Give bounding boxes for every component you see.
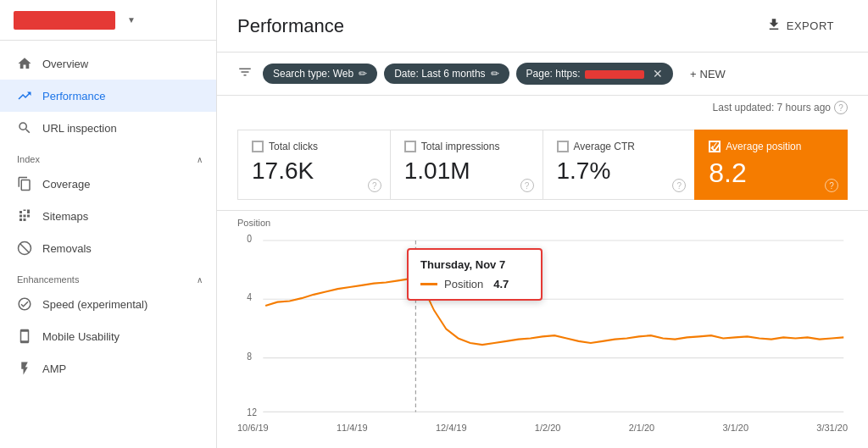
tooltip-row: Position 4.7 bbox=[420, 278, 529, 290]
tooltip-series-value: 4.7 bbox=[493, 278, 509, 290]
export-label: EXPORT bbox=[787, 19, 834, 32]
sidebar-item-performance[interactable]: Performance bbox=[0, 80, 216, 112]
removals-icon bbox=[17, 241, 32, 256]
x-label: 12/4/19 bbox=[436, 423, 467, 433]
svg-text:4: 4 bbox=[247, 292, 252, 303]
sidebar-item-sitemaps[interactable]: Sitemaps bbox=[0, 200, 216, 232]
metric-info-icon[interactable]: ? bbox=[672, 179, 686, 192]
x-label: 10/6/19 bbox=[237, 423, 269, 433]
plus-icon: + bbox=[690, 68, 697, 80]
sidebar-item-label: Performance bbox=[42, 90, 105, 102]
metric-value: 1.01M bbox=[404, 158, 529, 185]
metric-info-icon[interactable]: ? bbox=[520, 179, 534, 192]
metric-value: 17.6K bbox=[252, 158, 376, 185]
metric-value: 1.7% bbox=[557, 158, 682, 185]
x-label: 3/31/20 bbox=[816, 423, 848, 433]
section-enhancements: Enhancements ∧ bbox=[0, 264, 216, 288]
metric-label-text: Total clicks bbox=[269, 141, 318, 152]
metric-card-average-ctr[interactable]: Average CTR 1.7% ? bbox=[542, 130, 695, 200]
metrics-row: Total clicks 17.6K ? Total impressions 1… bbox=[217, 119, 868, 211]
sidebar-item-speed[interactable]: Speed (experimental) bbox=[0, 288, 216, 320]
chip-label: Date: Last 6 months bbox=[394, 68, 485, 80]
metric-checkbox-checked bbox=[709, 141, 721, 152]
sidebar-item-amp[interactable]: AMP bbox=[0, 352, 216, 384]
sidebar-item-label: Sitemaps bbox=[42, 210, 88, 223]
sidebar-item-label: Mobile Usability bbox=[42, 330, 120, 343]
chart-svg: 0 4 8 12 bbox=[237, 231, 848, 418]
app-logo bbox=[14, 11, 115, 30]
chip-label: Search type: Web bbox=[273, 68, 353, 80]
sidebar: ▼ Overview Performance bbox=[0, 0, 217, 448]
chip-close-icon[interactable]: ✕ bbox=[653, 67, 663, 80]
section-index-chevron[interactable]: ∧ bbox=[197, 155, 203, 164]
mobile-icon bbox=[17, 329, 32, 344]
export-icon bbox=[766, 17, 782, 35]
filter-chip-search-type[interactable]: Search type: Web ✏ bbox=[263, 64, 377, 84]
chart-y-label: Position bbox=[237, 218, 848, 228]
metric-card-total-impressions[interactable]: Total impressions 1.01M ? bbox=[390, 130, 542, 200]
metric-label: Average CTR bbox=[557, 141, 682, 152]
metric-checkbox bbox=[252, 141, 264, 152]
section-index-label: Index bbox=[17, 154, 40, 164]
x-label: 2/1/20 bbox=[629, 423, 655, 433]
svg-line-1 bbox=[20, 244, 30, 253]
sidebar-item-overview[interactable]: Overview bbox=[0, 47, 216, 80]
sidebar-item-removals[interactable]: Removals bbox=[0, 232, 216, 264]
chip-edit-icon: ✏ bbox=[359, 68, 367, 80]
home-icon bbox=[17, 56, 32, 71]
export-button[interactable]: EXPORT bbox=[753, 10, 848, 41]
chart-area: Position Thursday, Nov 7 Position 4.7 0 … bbox=[217, 211, 868, 448]
x-label: 1/2/20 bbox=[535, 423, 561, 433]
sidebar-item-label: Speed (experimental) bbox=[42, 298, 147, 311]
sidebar-item-label: Coverage bbox=[42, 178, 90, 191]
coverage-icon bbox=[17, 176, 32, 191]
metric-label: Average position bbox=[709, 141, 833, 152]
tooltip-dash bbox=[420, 283, 437, 285]
filter-icon bbox=[237, 64, 253, 83]
sidebar-dropdown-icon[interactable]: ▼ bbox=[127, 15, 136, 25]
tooltip-date: Thursday, Nov 7 bbox=[420, 258, 529, 271]
chart-x-labels: 10/6/19 11/4/19 12/4/19 1/2/20 2/1/20 3/… bbox=[237, 419, 848, 436]
last-updated-bar: Last updated: 7 hours ago ? bbox=[217, 96, 868, 119]
metric-checkbox bbox=[404, 141, 416, 152]
section-enhancements-chevron[interactable]: ∧ bbox=[197, 275, 203, 285]
sidebar-item-url-inspection[interactable]: URL inspection bbox=[0, 112, 216, 144]
metric-label: Total clicks bbox=[252, 141, 376, 152]
sitemaps-icon bbox=[17, 208, 32, 224]
tooltip-series-label: Position bbox=[444, 278, 483, 290]
sidebar-item-mobile-usability[interactable]: Mobile Usability bbox=[0, 320, 216, 352]
sidebar-item-label: URL inspection bbox=[42, 122, 117, 135]
svg-text:0: 0 bbox=[247, 233, 252, 244]
filter-chip-page[interactable]: Page: https: ✕ bbox=[516, 63, 673, 85]
metric-info-icon[interactable]: ? bbox=[368, 179, 381, 192]
last-updated-text: Last updated: 7 hours ago bbox=[713, 102, 831, 113]
metric-checkbox bbox=[557, 141, 569, 152]
filter-chip-date[interactable]: Date: Last 6 months ✏ bbox=[384, 64, 509, 84]
chart-container: Thursday, Nov 7 Position 4.7 0 4 8 12 bbox=[237, 231, 848, 418]
trending-icon bbox=[17, 88, 32, 103]
x-label: 11/4/19 bbox=[337, 423, 368, 433]
section-index: Index ∧ bbox=[0, 144, 216, 168]
new-label: NEW bbox=[700, 68, 726, 80]
page-title: Performance bbox=[237, 15, 344, 37]
chip-label: Page: https: bbox=[526, 68, 644, 80]
sidebar-item-label: Removals bbox=[42, 242, 92, 255]
sidebar-item-label: Overview bbox=[42, 58, 88, 70]
main-content: Performance EXPORT Search type: Web ✏ Da… bbox=[217, 0, 868, 448]
x-label: 3/1/20 bbox=[722, 423, 748, 433]
svg-text:12: 12 bbox=[247, 407, 257, 418]
sidebar-nav: Overview Performance URL inspection Inde… bbox=[0, 41, 216, 448]
metric-card-total-clicks[interactable]: Total clicks 17.6K ? bbox=[237, 130, 390, 200]
metric-card-average-position[interactable]: Average position 8.2 ? bbox=[694, 130, 848, 200]
metric-info-icon[interactable]: ? bbox=[825, 179, 838, 192]
sidebar-item-coverage[interactable]: Coverage bbox=[0, 168, 216, 200]
chart-tooltip: Thursday, Nov 7 Position 4.7 bbox=[407, 248, 542, 301]
main-header: Performance EXPORT bbox=[217, 0, 868, 53]
metric-value: 8.2 bbox=[709, 158, 833, 189]
sidebar-item-label: AMP bbox=[42, 362, 66, 375]
amp-icon bbox=[17, 361, 32, 376]
last-updated-info-icon[interactable]: ? bbox=[834, 101, 848, 114]
chip-edit-icon: ✏ bbox=[491, 68, 499, 80]
new-filter-button[interactable]: + NEW bbox=[683, 64, 732, 85]
filters-bar: Search type: Web ✏ Date: Last 6 months ✏… bbox=[217, 53, 868, 96]
